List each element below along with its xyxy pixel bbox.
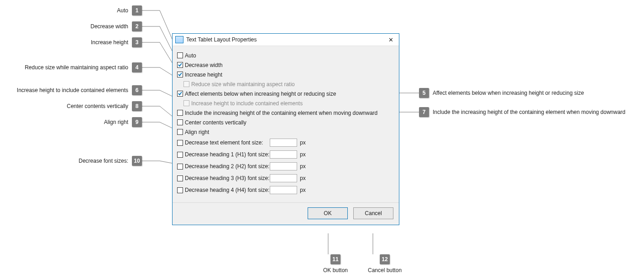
font-h2[interactable]: Decrease heading 2 (H2) font size: px xyxy=(177,160,394,172)
unit-label: px xyxy=(300,175,306,181)
callout-7: 7 Include the increasing height of the c… xyxy=(419,107,625,117)
font-h1[interactable]: Decrease heading 1 (H1) font size: px xyxy=(177,149,394,160)
checkbox-icon[interactable] xyxy=(177,72,183,77)
callout-12: 12 Cancel button xyxy=(368,254,402,273)
button-bar: OK Cancel xyxy=(173,202,399,225)
font-h4[interactable]: Decrease heading 4 (H4) font size: px xyxy=(177,184,394,196)
checkbox-icon xyxy=(183,81,189,87)
callout-label: OK button xyxy=(323,267,348,273)
callout-4: Reduce size while maintaining aspect rat… xyxy=(25,62,142,72)
font-label: Decrease heading 4 (H4) font size: xyxy=(185,187,270,193)
font-label: Decrease text element font size: xyxy=(185,139,270,146)
checkbox-icon[interactable] xyxy=(177,164,183,170)
option-label: Reduce size while maintaining aspect rat… xyxy=(191,81,295,88)
font-size-input[interactable] xyxy=(270,150,297,159)
checkbox-icon[interactable] xyxy=(177,91,183,97)
unit-label: px xyxy=(300,139,306,146)
callout-badge: 7 xyxy=(419,107,429,117)
option-label: Auto xyxy=(185,52,196,59)
button-label: OK xyxy=(324,210,331,216)
option-label: Include the increasing height of the con… xyxy=(185,110,377,116)
callout-label: Include the increasing height of the con… xyxy=(433,109,625,115)
option-label: Decrease width xyxy=(185,62,223,68)
option-label: Increase height xyxy=(185,72,222,78)
option-reduce-aspect: Reduce size while maintaining aspect rat… xyxy=(177,79,394,89)
callout-badge: 8 xyxy=(132,101,142,111)
button-label: Cancel xyxy=(365,210,382,216)
callout-badge: 11 xyxy=(330,254,340,264)
callout-1: Auto 1 xyxy=(117,5,142,15)
callout-label: Affect elements below when increasing he… xyxy=(433,90,584,96)
font-label: Decrease heading 2 (H2) font size: xyxy=(185,163,270,170)
checkbox-icon[interactable] xyxy=(177,52,183,58)
callout-2: Decrease width 2 xyxy=(90,21,142,31)
checkbox-icon[interactable] xyxy=(177,187,183,193)
unit-label: px xyxy=(300,187,306,193)
unit-label: px xyxy=(300,151,306,158)
dialog-client-area: Auto Decrease width Increase height Redu… xyxy=(173,46,399,202)
unit-label: px xyxy=(300,163,306,170)
checkbox-icon[interactable] xyxy=(177,175,183,181)
option-include-moving[interactable]: Include the increasing height of the con… xyxy=(177,108,394,118)
option-align-right[interactable]: Align right xyxy=(177,127,394,137)
callout-11: 11 OK button xyxy=(323,254,348,273)
option-center-vertically[interactable]: Center contents vertically xyxy=(177,118,394,127)
callout-5: 5 Affect elements below when increasing … xyxy=(419,88,584,98)
callout-label: Auto xyxy=(117,7,128,14)
callout-8: Center contents vertically 8 xyxy=(67,101,142,111)
callout-9: Align right 9 xyxy=(104,117,142,127)
callout-label: Reduce size while maintaining aspect rat… xyxy=(25,64,128,71)
font-text[interactable]: Decrease text element font size: px xyxy=(177,137,394,149)
option-decrease-width[interactable]: Decrease width xyxy=(177,60,394,70)
font-label: Decrease heading 3 (H3) font size: xyxy=(185,175,270,181)
callout-3: Increase height 3 xyxy=(91,37,142,47)
checkbox-icon[interactable] xyxy=(177,129,183,135)
callout-badge: 12 xyxy=(380,254,390,264)
callout-label: Align right xyxy=(104,119,128,125)
font-h3[interactable]: Decrease heading 3 (H3) font size: px xyxy=(177,172,394,184)
callout-badge: 2 xyxy=(132,21,142,31)
callout-label: Decrease font sizes: xyxy=(79,158,128,164)
option-label: Affect elements below when increasing he… xyxy=(185,91,336,97)
option-auto[interactable]: Auto xyxy=(177,51,394,60)
callout-6: Increase height to include contained ele… xyxy=(17,85,142,95)
checkbox-icon[interactable] xyxy=(177,152,183,158)
font-size-input[interactable] xyxy=(270,162,297,170)
option-affect-below[interactable]: Affect elements below when increasing he… xyxy=(177,89,394,98)
callout-badge: 9 xyxy=(132,117,142,127)
checkbox-icon[interactable] xyxy=(177,62,183,68)
checkbox-icon[interactable] xyxy=(177,119,183,125)
cancel-button[interactable]: Cancel xyxy=(353,207,393,219)
callout-badge: 4 xyxy=(132,62,142,72)
checkbox-icon[interactable] xyxy=(177,110,183,116)
checkbox-icon xyxy=(183,100,189,106)
dialog-window: Text Tablet Layout Properties ✕ Auto Dec… xyxy=(172,33,399,225)
option-label: Center contents vertically xyxy=(185,119,246,126)
callout-label: Decrease width xyxy=(90,23,128,30)
dialog-title: Text Tablet Layout Properties xyxy=(186,36,385,43)
callout-badge: 1 xyxy=(132,5,142,15)
font-size-input[interactable] xyxy=(270,186,297,194)
option-label: Align right xyxy=(185,129,209,135)
callout-label: Center contents vertically xyxy=(67,103,128,109)
title-bar[interactable]: Text Tablet Layout Properties ✕ xyxy=(173,34,399,46)
callout-badge: 3 xyxy=(132,37,142,47)
callout-label: Increase height to include contained ele… xyxy=(17,87,128,93)
option-increase-include: Increase height to include contained ele… xyxy=(177,98,394,108)
checkbox-icon[interactable] xyxy=(177,140,183,146)
app-icon xyxy=(175,36,183,43)
close-icon[interactable]: ✕ xyxy=(385,36,396,43)
option-increase-height[interactable]: Increase height xyxy=(177,70,394,79)
callout-badge: 5 xyxy=(419,88,429,98)
font-size-input[interactable] xyxy=(270,174,297,182)
callout-label: Increase height xyxy=(91,39,128,46)
callout-badge: 10 xyxy=(132,156,142,166)
option-label: Increase height to include contained ele… xyxy=(191,100,303,107)
callout-10: Decrease font sizes: 10 xyxy=(79,156,142,166)
ok-button[interactable]: OK xyxy=(308,207,348,219)
font-label: Decrease heading 1 (H1) font size: xyxy=(185,151,270,158)
font-size-input[interactable] xyxy=(270,139,297,147)
callout-badge: 6 xyxy=(132,85,142,95)
callout-label: Cancel button xyxy=(368,267,402,273)
